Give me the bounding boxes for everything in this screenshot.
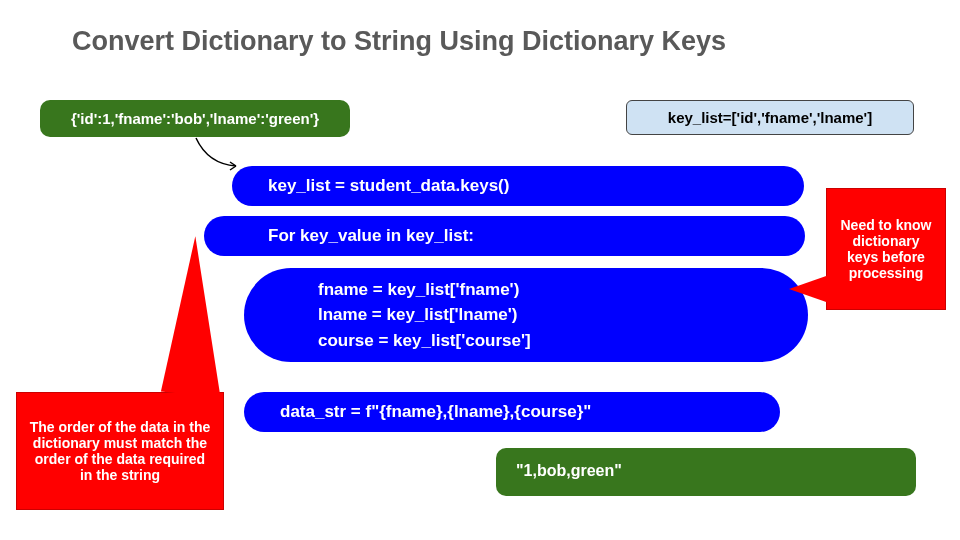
code-line-fstring: data_str = f"{fname},{lname},{course}" bbox=[244, 392, 780, 432]
code-text: lname = key_list['lname') bbox=[318, 302, 531, 328]
input-dict-box: {'id':1,'fname':'bob','lname':'green'} bbox=[40, 100, 350, 137]
code-line-assigns: fname = key_list['fname') lname = key_li… bbox=[244, 268, 808, 362]
page-title: Convert Dictionary to String Using Dicti… bbox=[72, 26, 726, 57]
code-text: data_str = f"{fname},{lname},{course}" bbox=[280, 402, 591, 422]
code-text: For key_value in key_list: bbox=[268, 226, 474, 246]
callout-text: The order of the data in the dictionary … bbox=[27, 419, 213, 483]
output-string-box: "1,bob,green" bbox=[496, 448, 916, 496]
callout-text: Need to know dictionary keys before proc… bbox=[837, 217, 935, 281]
code-line-keys: key_list = student_data.keys() bbox=[232, 166, 804, 206]
code-text: key_list = student_data.keys() bbox=[268, 176, 509, 196]
callout-keys: Need to know dictionary keys before proc… bbox=[826, 188, 946, 310]
key-list-definition-box: key_list=['id','fname','lname'] bbox=[626, 100, 914, 135]
code-text: fname = key_list['fname') bbox=[318, 277, 531, 303]
code-text: course = key_list['course'] bbox=[318, 328, 531, 354]
callout-order: The order of the data in the dictionary … bbox=[16, 392, 224, 510]
code-line-for: For key_value in key_list: bbox=[204, 216, 805, 256]
